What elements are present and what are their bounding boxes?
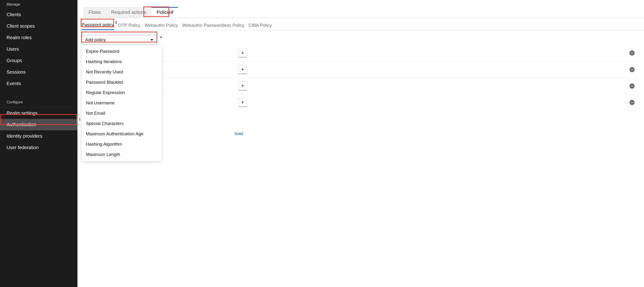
- sub-tabs: Password policy OTP Policy Webauthn Poli…: [82, 20, 644, 30]
- sidebar-item-client-scopes[interactable]: Client scopes: [0, 20, 78, 32]
- sidebar-item-events[interactable]: Events: [0, 78, 78, 89]
- tab-required-actions[interactable]: Required actions: [106, 7, 152, 17]
- sidebar-item-sessions[interactable]: Sessions: [0, 66, 78, 78]
- reload-link[interactable]: load: [235, 131, 243, 136]
- sidebar-item-realm-settings[interactable]: Realm settings: [0, 107, 78, 119]
- policy-option-not-recently-used[interactable]: Not Recently Used: [82, 67, 162, 77]
- remove-policy-icon[interactable]: [630, 83, 634, 89]
- sidebar-item-clients[interactable]: Clients: [0, 9, 78, 20]
- policy-option-max-auth-age[interactable]: Maximum Authentication Age: [82, 129, 162, 139]
- increment-button[interactable]: +: [238, 65, 247, 74]
- sidebar-item-identity-providers[interactable]: Identity providers: [0, 130, 78, 142]
- policy-option-special-characters[interactable]: Special Characters: [82, 118, 162, 129]
- increment-button[interactable]: +: [238, 98, 247, 107]
- policy-option-expire-password[interactable]: Expire Password: [82, 46, 162, 56]
- remove-policy-icon[interactable]: [630, 50, 634, 55]
- policy-row: +: [82, 78, 638, 94]
- sidebar-item-realm-roles[interactable]: Realm roles: [0, 32, 78, 43]
- policy-row: +: [82, 94, 638, 110]
- policy-rows: + + + +: [82, 45, 644, 110]
- subtab-ciba-policy[interactable]: CIBA Policy: [248, 21, 272, 30]
- policy-option-maximum-length[interactable]: Maximum Length: [82, 149, 162, 160]
- main-content: Flows Required actions Policies Password…: [78, 0, 644, 287]
- policy-option-hashing-iterations[interactable]: Hashing Iterations: [82, 56, 162, 67]
- policy-option-not-email[interactable]: Not Email: [82, 108, 162, 118]
- top-tabs: Flows Required actions Policies: [83, 7, 644, 17]
- tab-flows[interactable]: Flows: [83, 7, 106, 17]
- increment-button[interactable]: +: [238, 82, 247, 90]
- policy-option-regular-expression[interactable]: Regular Expression: [82, 87, 162, 98]
- sidebar-item-users[interactable]: Users: [0, 43, 78, 55]
- sidebar-item-authentication[interactable]: Authentication: [0, 119, 78, 130]
- policy-option-password-blacklist[interactable]: Password Blacklist: [82, 77, 162, 87]
- sidebar-item-user-federation[interactable]: User federation: [0, 142, 78, 153]
- subtab-otp-policy[interactable]: OTP Policy: [118, 21, 140, 30]
- chevron-down-icon: [150, 39, 153, 41]
- sidebar-section-configure: Configure: [0, 98, 78, 107]
- remove-policy-icon[interactable]: [630, 67, 634, 72]
- increment-button[interactable]: +: [238, 48, 247, 57]
- sidebar-item-groups[interactable]: Groups: [0, 55, 78, 66]
- add-policy-menu: Expire Password Hashing Iterations Not R…: [82, 45, 162, 161]
- add-policy-dropdown[interactable]: Add policy: [82, 35, 157, 45]
- subtab-webauthn-policy[interactable]: Webauthn Policy: [144, 21, 178, 30]
- sidebar-section-manage: Manage: [0, 0, 78, 9]
- add-policy-label: Add policy: [85, 37, 106, 42]
- subtab-webauthn-passwordless-policy[interactable]: Webauthn Passwordless Policy: [182, 21, 244, 30]
- policy-option-not-username[interactable]: Not Username: [82, 98, 162, 108]
- tab-policies[interactable]: Policies: [152, 7, 178, 17]
- subtab-password-policy[interactable]: Password policy: [82, 20, 114, 30]
- sidebar: Manage Clients Client scopes Realm roles…: [0, 0, 78, 287]
- policy-option-hashing-algorithm[interactable]: Hashing Algorithm: [82, 139, 162, 149]
- policy-area: Add policy Expire Password Hashing Itera…: [78, 30, 644, 110]
- remove-policy-icon[interactable]: [630, 100, 634, 105]
- policy-row: +: [82, 45, 638, 61]
- policy-row: +: [82, 61, 638, 78]
